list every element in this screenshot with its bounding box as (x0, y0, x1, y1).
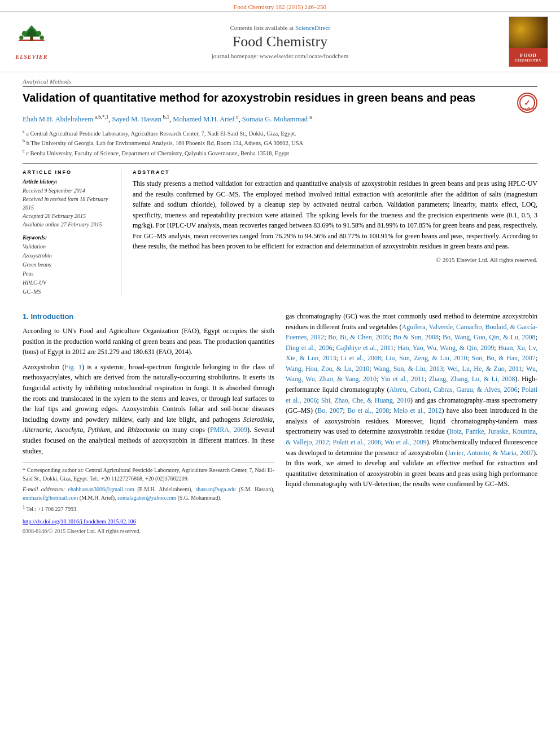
elsevier-tree-icon (15, 24, 49, 53)
ref-polati2[interactable]: Polati et al., 2006 (333, 438, 381, 446)
keyword-validation: Validation (23, 242, 113, 251)
article-info-panel: ARTICLE INFO Article history: Received 9… (23, 169, 121, 296)
body-para-1: According to UN's Food and Agriculture O… (23, 326, 274, 357)
affiliations: a a Central Agricultural Pesticide Labor… (23, 128, 537, 158)
ref-melo[interactable]: Melo et al., 2012 (393, 407, 441, 414)
received-date: Received 9 September 2014 (23, 186, 113, 195)
section-tag: Analytical Methods (23, 78, 537, 87)
citation-text: Food Chemistry 182 (2015) 246–250 (234, 3, 326, 10)
ref-bo2008[interactable]: Bo et al., 2008 (347, 407, 389, 414)
email-arief[interactable]: mmharief@hotmail.com (23, 495, 78, 501)
footnote-divider: * Corresponding author at: Central Agric… (23, 462, 274, 535)
crossmark-icon: ✓ CrossMark (519, 95, 535, 111)
page-wrapper: Food Chemistry 182 (2015) 246–250 ELSEVI… (0, 0, 560, 536)
homepage-line: journal homepage: www.elsevier.com/locat… (60, 53, 500, 59)
svg-text:✓: ✓ (524, 98, 531, 107)
ref-bo-sun[interactable]: Bo & Sun, 2008 (393, 333, 439, 341)
doi-anchor[interactable]: http://dx.doi.org/10.1016/j.foodchem.201… (23, 518, 136, 525)
homepage-text: journal homepage: www.elsevier.com/locat… (212, 53, 348, 59)
ref-bo-wang[interactable]: Bo, Wang, Guo, Qin, & Lu, 2008 (443, 333, 536, 341)
article-info-title: ARTICLE INFO (23, 169, 113, 175)
ref-javier[interactable]: Javier, Antonio, & Maria, 2007 (448, 449, 533, 457)
keyword-gcms: GC–MS (23, 287, 113, 296)
sciencedirect-line: Contents lists available at ScienceDirec… (60, 24, 500, 31)
abstract-title: ABSTRACT (133, 169, 537, 175)
top-citation-bar: Food Chemistry 182 (2015) 246–250 (0, 0, 560, 11)
main-body: 1. Introduction According to UN's Food a… (0, 311, 560, 536)
journal-header: ELSEVIER Contents lists available at Sci… (0, 11, 560, 72)
fc-logo-gradient (509, 17, 548, 48)
food-chemistry-logo: FOOD CHEMISTRY (506, 16, 551, 67)
svg-point-4 (22, 30, 27, 36)
ref-wang-sun[interactable]: Wang, Sun, & Liu, 2013 (374, 365, 443, 373)
fc-logo-image (509, 17, 548, 48)
author-mohammad[interactable]: Somaia G. Mohammad (242, 115, 308, 123)
keyword-hplc: HPLC-UV (23, 278, 113, 287)
article-title: Validation of quantitative method for az… (23, 90, 511, 105)
email-abdelraheem[interactable]: ehabhassan3006@gmail.com (68, 486, 134, 492)
ref-bo2007[interactable]: Bo, 2007 (317, 407, 343, 414)
affiliation-c: c c Benha University, Faculty of Science… (23, 148, 537, 158)
footnote-corresponding: * Corresponding author at: Central Agric… (23, 466, 274, 483)
available-date: Available online 27 February 2015 (23, 220, 113, 229)
ref-han[interactable]: Han, Yao, Wu, Wang, & Qin, 2009 (397, 344, 494, 352)
footnote-email: E-mail addresses: ehabhassan3006@gmail.c… (23, 485, 274, 502)
journal-title: Food Chemistry (60, 33, 500, 50)
ref-li[interactable]: Li et al., 2008 (340, 354, 381, 362)
ref-wang-hou[interactable]: Wang, Hou, Zou, & Lu, 2010 (286, 365, 369, 373)
ref-wei[interactable]: Wei, Lu, He, & Zuo, 2011 (447, 365, 522, 373)
pmra-ref[interactable]: PMRA, 2009 (210, 426, 247, 434)
email-hassan[interactable]: shassan@uga.edu (195, 486, 235, 492)
affiliation-a: a a Central Agricultural Pesticide Labor… (23, 128, 537, 138)
ref-wu2009[interactable]: Wu et al., 2009 (384, 438, 426, 446)
copyright-line: © 2015 Elsevier Ltd. All rights reserved… (133, 256, 537, 263)
fc-food-label: FOOD (520, 53, 537, 58)
sciencedirect-prefix: Contents lists available at (230, 24, 294, 31)
ref-sun[interactable]: Sun, Bo, & Han, 2007 (472, 354, 536, 362)
footnote-tel: 1 Tel.: +1 706 227 7993. (23, 504, 274, 513)
ref-gajbhiye[interactable]: Gajbhiye et al., 2011 (336, 344, 393, 352)
ref-bo-bi[interactable]: Bo, Bi, & Chen, 2005 (328, 333, 389, 341)
title-row: Validation of quantitative method for az… (23, 90, 537, 113)
author-hassan[interactable]: Sayed M. Hassan (112, 115, 161, 123)
body-col-left: 1. Introduction According to UN's Food a… (23, 311, 274, 536)
elsevier-text: ELSEVIER (16, 54, 48, 60)
fc-logo-box: FOOD CHEMISTRY (509, 16, 548, 67)
accepted-date: Accepted 20 February 2015 (23, 212, 113, 220)
history-label: Article history: (23, 178, 113, 185)
history-section: Article history: Received 9 September 20… (23, 178, 113, 229)
received-revised-date: Received in revised form 18 February 201… (23, 195, 113, 212)
svg-text:CrossMark: CrossMark (520, 107, 535, 110)
section1-heading: 1. Introduction (23, 311, 274, 322)
svg-point-6 (19, 36, 23, 40)
ref-abreu[interactable]: Abreu, Caboni, Cabras, Garau, & Alves, 2… (389, 386, 517, 394)
elsevier-logo: ELSEVIER (9, 24, 54, 60)
body-para-right-1: gas chromatography (GC) was the most com… (286, 311, 537, 490)
ref-ding[interactable]: Ding et al., 2006 (286, 344, 332, 352)
keyword-azoxystrobin: Azoxystrobin (23, 251, 113, 260)
crossmark-badge[interactable]: ✓ CrossMark (517, 93, 537, 113)
article-info-abstract: ARTICLE INFO Article history: Received 9… (23, 163, 537, 296)
sciencedirect-link[interactable]: ScienceDirect (295, 24, 330, 31)
two-col-body: 1. Introduction According to UN's Food a… (23, 311, 537, 536)
email-mohammad[interactable]: somalagaber@yahoo.com (117, 495, 176, 501)
svg-point-7 (40, 36, 44, 40)
keywords-list: Validation Azoxystrobin Green beans Peas… (23, 242, 113, 296)
ref-liu[interactable]: Liu, Sun, Zeng, & Liu, 2010 (386, 354, 467, 362)
fig1-ref[interactable]: Fig. 1 (65, 363, 82, 371)
keyword-peas: Peas (23, 269, 113, 278)
author-arief[interactable]: Mohamed M.H. Arief (173, 115, 234, 123)
issn-line: 0308-8146/© 2015 Elsevier Ltd. All right… (23, 527, 274, 536)
content-area: Analytical Methods Validation of quantit… (0, 72, 560, 302)
author-abdelraheem[interactable]: Ehab M.H. Abdelraheem (23, 115, 93, 123)
keyword-green-beans: Green beans (23, 260, 113, 269)
ref-zhang[interactable]: Zhang, Zhang, Lu, & Li, 2008 (429, 375, 515, 383)
doi-link[interactable]: http://dx.doi.org/10.1016/j.foodchem.201… (23, 517, 274, 526)
ref-shi[interactable]: Shi, Zhao, Che, & Huang, 2010 (321, 396, 410, 404)
journal-center: Contents lists available at ScienceDirec… (60, 24, 500, 59)
fc-chemistry-label: CHEMISTRY (515, 58, 541, 63)
ref-yin[interactable]: Yin et al., 2011 (380, 375, 425, 383)
body-para-2: Azoxystrobin (Fig. 1) is a systemic, bro… (23, 362, 274, 456)
abstract-section: ABSTRACT This study presents a method va… (133, 169, 537, 296)
svg-point-5 (36, 30, 41, 36)
